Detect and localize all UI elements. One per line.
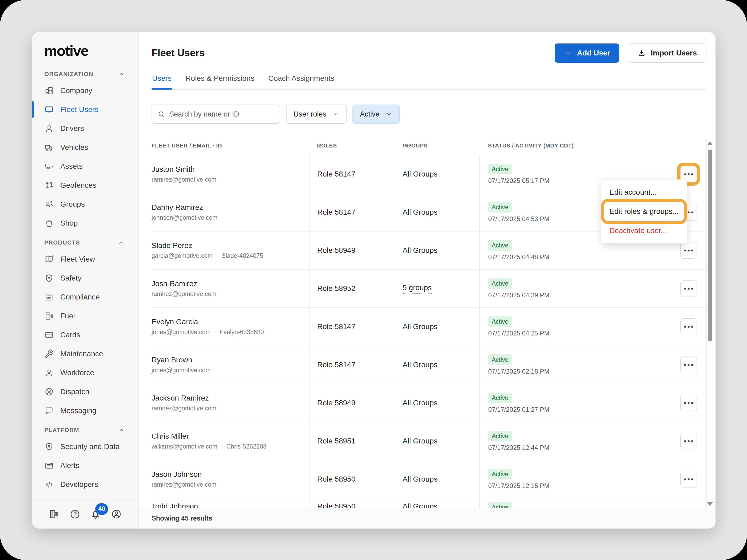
sidebar-item-workforce[interactable]: Workforce (32, 363, 138, 382)
scrollbar[interactable] (706, 139, 713, 509)
scroll-up-button[interactable] (707, 141, 713, 145)
chevron-down-icon (386, 111, 392, 117)
sidebar-item-fuel[interactable]: Fuel (32, 306, 138, 325)
sidebar-item-dispatch[interactable]: Dispatch (32, 382, 138, 401)
user-name: Jackson Ramirez (152, 394, 309, 402)
add-user-label: Add User (577, 49, 610, 57)
row-actions-button[interactable] (680, 395, 697, 411)
user-name: Juston Smith (152, 165, 309, 174)
menu-item-edit-account[interactable]: Edit account... (601, 183, 687, 202)
page-header: Fleet Users Add User Import Users (152, 43, 706, 63)
chevron-up-icon[interactable] (118, 71, 125, 78)
sidebar-nav: ORGANIZATION Company Fleet Users Drivers… (32, 64, 138, 494)
sidebar-item-vehicles[interactable]: Vehicles (32, 138, 138, 157)
row-actions-button[interactable] (680, 356, 697, 373)
user-groups: All Groups (403, 170, 480, 179)
help-icon[interactable] (69, 509, 81, 520)
motive-logo: motive (44, 43, 138, 59)
scroll-down-button[interactable] (707, 502, 713, 506)
fleet-users-icon (44, 105, 54, 114)
user-role: Role 58952 (317, 284, 396, 293)
notifications-icon[interactable]: 40 (90, 509, 101, 520)
groups-link[interactable]: 5 groups (403, 284, 432, 294)
activity-timestamp: 07/17/2025 04:25 PM (488, 329, 674, 337)
row-actions-button[interactable] (680, 280, 697, 297)
user-name: Chris Miller (152, 432, 309, 441)
download-icon (637, 49, 646, 57)
sidebar-item-safety[interactable]: Safety (32, 269, 138, 288)
tab-users[interactable]: Users (152, 73, 172, 89)
status-filter-dropdown[interactable]: Active (353, 105, 400, 124)
status-badge: Active (488, 354, 512, 365)
menu-item-deactivate-user[interactable]: Deactivate user... (601, 221, 687, 240)
account-icon[interactable] (111, 509, 122, 520)
filter-bar: User roles Active (152, 105, 706, 124)
user-groups: All Groups (403, 361, 480, 369)
user-name: Danny Ramirez (152, 203, 309, 212)
sidebar-item-messaging[interactable]: Messaging (32, 401, 138, 420)
sidebar-item-compliance[interactable]: Compliance (32, 288, 138, 306)
sidebar-item-maintenance[interactable]: Maintenance (32, 344, 138, 363)
chevron-down-icon (332, 111, 339, 117)
sidebar-item-shop[interactable]: Shop (32, 214, 138, 233)
fleet-view-icon (44, 255, 54, 264)
table-row[interactable]: Jackson Ramirez ramirez@gomotive.com Rol… (152, 384, 706, 422)
add-user-button[interactable]: Add User (555, 44, 619, 63)
tab-coach-assignments[interactable]: Coach Assignments (267, 73, 335, 89)
scroll-thumb[interactable] (708, 150, 712, 341)
sidebar-item-groups[interactable]: Groups (32, 195, 138, 214)
user-roles-dropdown[interactable]: User roles (286, 105, 346, 124)
row-actions-button[interactable] (680, 318, 697, 335)
tab-bar: UsersRoles & PermissionsCoach Assignment… (152, 73, 706, 89)
screen: motive ORGANIZATION Company Fleet Users … (0, 0, 747, 560)
status-badge: Active (488, 240, 512, 251)
row-actions-button[interactable] (680, 471, 697, 487)
user-email: johnson@gomotive.com (152, 214, 217, 221)
sidebar-item-fleet-users[interactable]: Fleet Users (32, 100, 138, 119)
status-badge: Active (488, 164, 512, 175)
user-email: ramirez@gomotive.com (152, 405, 216, 412)
dispatch-icon (44, 387, 54, 397)
workforce-icon (44, 368, 54, 378)
table-row[interactable]: Josh Ramirez ramirez@gomotive.com Role 5… (152, 270, 706, 308)
row-actions-button[interactable] (680, 242, 697, 259)
user-groups: All Groups (403, 246, 480, 255)
user-role: Role 58951 (317, 437, 396, 445)
import-users-button[interactable]: Import Users (628, 44, 706, 63)
tab-roles-permissions[interactable]: Roles & Permissions (185, 73, 255, 89)
sidebar-footer: 40 (32, 499, 138, 529)
search-input[interactable] (152, 105, 280, 123)
sidebar-item-alerts[interactable]: Alerts (32, 456, 138, 475)
guide-icon[interactable] (49, 509, 60, 520)
user-email: ramirez@gomotive.com (152, 290, 216, 297)
sidebar-item-assets[interactable]: Assets (32, 157, 138, 176)
sidebar-item-cards[interactable]: Cards (32, 325, 138, 344)
fuel-icon (44, 311, 54, 321)
sidebar-item-developers[interactable]: Developers (32, 475, 138, 494)
user-groups: All Groups (403, 475, 480, 483)
user-name: Evelyn Garcia (152, 318, 309, 326)
user-id: Chris-5262208 (217, 443, 266, 450)
sidebar-section-products: PRODUCTS Fleet View Safety Compliance Fu… (32, 233, 138, 420)
sidebar-section-platform: PLATFORM Security and Data Alerts Develo… (32, 420, 138, 494)
user-name: Ryan Brown (152, 356, 309, 364)
security-and-data-icon (44, 442, 54, 451)
sidebar-item-drivers[interactable]: Drivers (32, 119, 138, 138)
row-actions-button[interactable] (680, 433, 697, 449)
sidebar-item-geofences[interactable]: Geofences (32, 176, 138, 195)
table-row[interactable]: Jason Johnson ramirez@gomotive.com Role … (152, 460, 706, 499)
sidebar-item-company[interactable]: Company (32, 81, 138, 100)
messaging-icon (44, 406, 54, 416)
sidebar-item-fleet-view[interactable]: Fleet View (32, 249, 138, 269)
sidebar-item-security-and-data[interactable]: Security and Data (32, 437, 138, 456)
chevron-up-icon[interactable] (118, 239, 125, 246)
user-role: Role 58949 (317, 246, 396, 255)
chevron-up-icon[interactable] (118, 426, 125, 434)
column-header-1: FLEET USER / EMAIL · ID (152, 142, 309, 149)
table-row[interactable]: Evelyn Garcia jones@gomotive.comEvelyn-6… (152, 308, 706, 346)
table-row[interactable]: Ryan Brown jones@gomotive.com Role 58147… (152, 346, 706, 384)
assets-icon (44, 162, 54, 171)
user-groups: All Groups (403, 322, 480, 331)
menu-item-edit-roles-groups[interactable]: Edit roles & groups... (604, 202, 684, 221)
table-row[interactable]: Chris Miller williams@gomotive.comChris-… (152, 422, 706, 460)
